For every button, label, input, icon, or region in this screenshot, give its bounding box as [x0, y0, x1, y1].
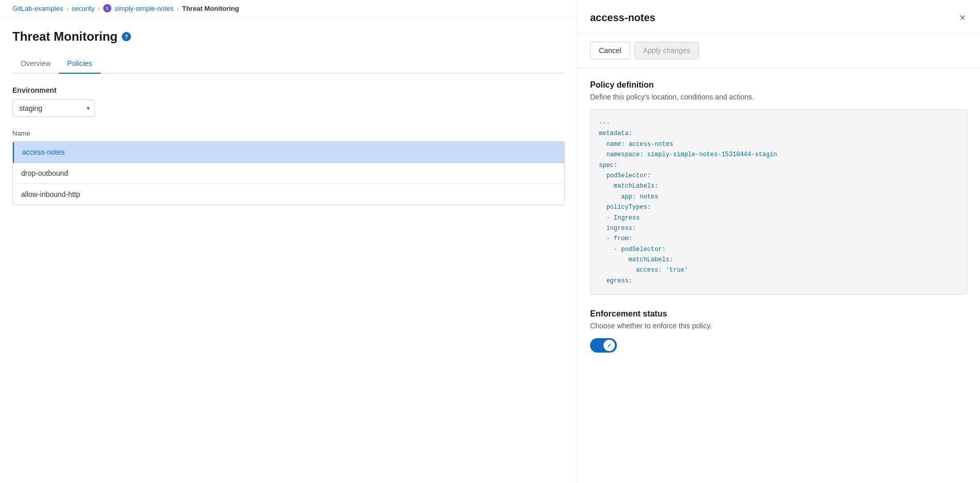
- right-panel-header: access-notes ×: [578, 0, 980, 34]
- code-line-15: access: 'true': [599, 265, 959, 275]
- panel-title: access-notes: [590, 12, 656, 24]
- page-header: Threat Monitoring ? Overview Policies: [0, 17, 577, 74]
- policy-definition-desc: Define this policy's location, condition…: [590, 93, 968, 101]
- breadcrumb-sep-1: ›: [66, 5, 68, 12]
- page-title: Threat Monitoring: [12, 29, 118, 44]
- name-column-label: Name: [12, 129, 565, 137]
- right-panel: access-notes × Cancel Apply changes Poli…: [578, 0, 980, 483]
- code-line-11: ingress:: [599, 223, 959, 234]
- tab-overview[interactable]: Overview: [12, 54, 59, 74]
- enforcement-section: Enforcement status Choose whether to enf…: [590, 309, 968, 354]
- check-icon: ✓: [607, 342, 612, 349]
- right-panel-body: Policy definition Define this policy's l…: [578, 68, 980, 483]
- project-avatar: S: [103, 4, 111, 12]
- action-buttons: Cancel Apply changes: [578, 34, 980, 68]
- close-button[interactable]: ×: [957, 10, 968, 25]
- tabs: Overview Policies: [12, 54, 565, 74]
- help-icon[interactable]: ?: [122, 32, 131, 41]
- breadcrumb: GitLab-examples › security › S simply-si…: [0, 0, 577, 17]
- code-line-1: ---: [599, 118, 959, 128]
- code-line-4: namespace: simply-simple-notes-15310444-…: [599, 149, 959, 160]
- toggle-thumb: ✓: [603, 340, 615, 351]
- breadcrumb-sep-2: ›: [97, 5, 100, 12]
- code-line-9: policyTypes:: [599, 202, 959, 212]
- enforcement-status-desc: Choose whether to enforce this policy.: [590, 322, 968, 330]
- code-line-14: matchLabels:: [599, 255, 959, 265]
- enforcement-status-title: Enforcement status: [590, 309, 968, 319]
- breadcrumb-sep-3: ›: [177, 5, 179, 12]
- toggle-track: ✓: [590, 338, 617, 353]
- code-line-8: app: notes: [599, 192, 959, 202]
- policy-definition-title: Policy definition: [590, 80, 968, 90]
- cancel-button[interactable]: Cancel: [590, 42, 630, 59]
- environment-select-wrapper: staging production development ▾: [12, 99, 95, 117]
- code-line-7: matchLabels:: [599, 181, 959, 191]
- code-line-6: podSelector:: [599, 171, 959, 181]
- apply-changes-button[interactable]: Apply changes: [634, 42, 699, 59]
- left-panel: GitLab-examples › security › S simply-si…: [0, 0, 578, 483]
- code-line-3: name: access-notes: [599, 139, 959, 149]
- code-line-5: spec:: [599, 160, 959, 171]
- code-line-12: - from:: [599, 234, 959, 244]
- policy-code-block: --- metadata: name: access-notes namespa…: [590, 109, 968, 295]
- code-line-16: egress:: [599, 276, 959, 286]
- breadcrumb-gitlab-examples[interactable]: GitLab-examples: [12, 5, 63, 12]
- breadcrumb-current: Threat Monitoring: [182, 5, 239, 12]
- enforcement-toggle[interactable]: ✓: [590, 338, 617, 353]
- policy-item-access-notes[interactable]: access-notes: [13, 142, 564, 163]
- policy-list: access-notes drop-outbound allow-inbound…: [12, 141, 565, 205]
- page-content: Environment staging production developme…: [0, 74, 577, 483]
- tab-policies[interactable]: Policies: [59, 54, 100, 74]
- toggle-wrapper: ✓: [590, 338, 968, 354]
- breadcrumb-security[interactable]: security: [72, 5, 95, 12]
- code-line-13: - podSelector:: [599, 244, 959, 255]
- code-line-2: metadata:: [599, 128, 959, 139]
- policy-item-drop-outbound[interactable]: drop-outbound: [13, 163, 564, 184]
- policy-item-allow-inbound-http[interactable]: allow-inbound-http: [13, 184, 564, 205]
- code-line-10: - Ingress: [599, 213, 959, 223]
- environment-label: Environment: [12, 86, 565, 94]
- breadcrumb-project[interactable]: simply-simple-notes: [115, 5, 174, 12]
- environment-select[interactable]: staging production development: [12, 99, 95, 117]
